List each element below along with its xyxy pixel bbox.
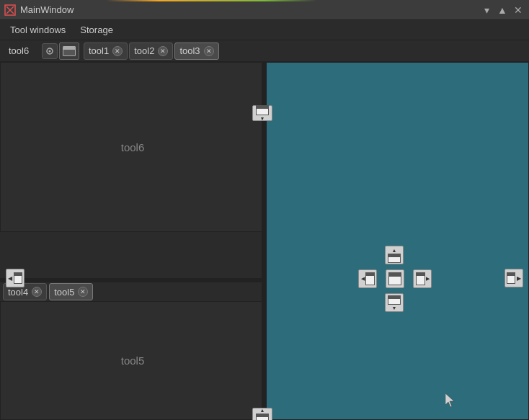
- bottom-left-tab-bar: tool4 ✕ tool5 ✕: [0, 282, 267, 301]
- app-icon: [4, 4, 16, 16]
- tab-tool3-close[interactable]: ✕: [204, 46, 214, 56]
- quad-grid: tool6 tool4 ✕ tool5 ✕ tool5 ▲: [0, 62, 529, 420]
- dock-bottom-button[interactable]: ▼: [385, 293, 404, 312]
- panel-tool5: tool5: [0, 301, 265, 420]
- svg-point-4: [49, 50, 51, 52]
- bottom-splitter-handle[interactable]: ▲: [252, 408, 272, 420]
- title-bar: MainWindow ▾ ▲ ✕: [0, 0, 529, 20]
- tab-tool5[interactable]: tool5 ✕: [49, 283, 93, 300]
- tab-tool3[interactable]: tool3 ✕: [174, 43, 218, 60]
- main-area: tool6 tool4 ✕ tool5 ✕ tool5 ▲: [0, 62, 529, 420]
- dock-top-button[interactable]: ▲: [385, 246, 404, 264]
- dock-right-button[interactable]: ▶: [413, 269, 432, 288]
- tab-tool5-close[interactable]: ✕: [78, 287, 88, 297]
- tab-tool1-close[interactable]: ✕: [112, 46, 123, 56]
- pin-button[interactable]: [42, 43, 58, 59]
- tab-tool1[interactable]: tool1 ✕: [84, 43, 128, 60]
- panel-right: [266, 62, 529, 420]
- dock-center-button[interactable]: [386, 269, 404, 288]
- close-button[interactable]: ✕: [512, 4, 525, 17]
- storage-menu[interactable]: Storage: [73, 22, 120, 38]
- tab-tool2[interactable]: tool2 ✕: [129, 43, 173, 60]
- title-controls: ▾ ▲ ✕: [480, 4, 525, 17]
- tab-bar: tool6 tool1 ✕ tool2 ✕ tool3 ✕: [0, 40, 529, 62]
- tab-tool4-close[interactable]: ✕: [32, 287, 42, 297]
- menu-bar: Tool windows Storage: [0, 20, 529, 40]
- window-title: MainWindow: [20, 4, 74, 15]
- maximize-button[interactable]: ▲: [496, 4, 509, 17]
- panel-tool6: tool6: [0, 62, 265, 232]
- detach-button[interactable]: [59, 43, 79, 60]
- minimize-button[interactable]: ▾: [480, 4, 493, 17]
- tab-tool2-close[interactable]: ✕: [158, 46, 168, 56]
- accent-line: [0, 0, 529, 1]
- title-left: MainWindow: [4, 4, 74, 16]
- tool6-side-label: tool6: [3, 45, 39, 56]
- dock-left-button[interactable]: ◀: [358, 269, 377, 288]
- left-side-arrow-button[interactable]: ◀: [6, 269, 25, 287]
- top-splitter-handle[interactable]: ▼: [252, 105, 272, 121]
- right-side-arrow-button[interactable]: ▶: [504, 269, 523, 287]
- tool-windows-menu[interactable]: Tool windows: [3, 22, 73, 38]
